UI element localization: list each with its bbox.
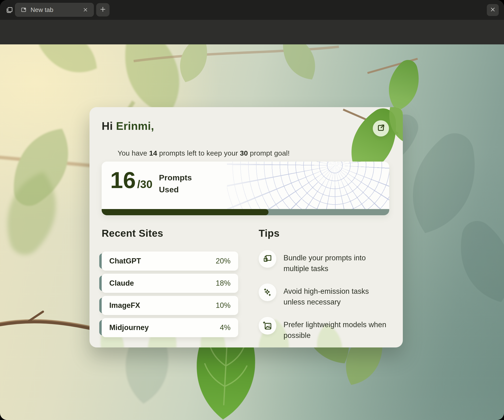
new-tab-button[interactable] [96,3,109,17]
bundle-icon [259,250,276,268]
site-name: Midjourney [109,323,149,332]
site-name: ChatGPT [109,257,141,265]
tab-title: New tab [30,6,83,14]
close-icon [490,6,496,14]
page-content: Hi Erinmi, You have 14 prompts left to k… [0,44,504,420]
user-name: Erinmi, [116,120,154,132]
tip-text: Prefer lightweight models when possible [283,317,391,341]
usage-progress-fill [102,209,269,215]
greeting-prefix: Hi [102,120,116,132]
dashboard-card: Hi Erinmi, You have 14 prompts left to k… [90,107,403,348]
prompts-used-card: 16 /30 Prompts Used [102,162,389,215]
subtitle-text: prompt goal! [248,149,290,157]
external-link-icon [377,124,385,133]
site-row-chatgpt[interactable]: ChatGPT 20% [102,252,238,271]
site-row-midjourney[interactable]: Midjourney 4% [102,318,238,337]
subtitle-text: You have [118,149,149,157]
screen: New tab [0,0,504,420]
total-count: /30 [137,178,152,191]
tab-favicon-icon [21,7,27,13]
open-external-button[interactable] [373,120,389,137]
card-corner-leaf-decoration [334,107,403,169]
tips-list: Bundle your prompts into multiple tasks … [259,250,392,341]
usage-progress-track [102,209,389,215]
tip-item: Prefer lightweight models when possible [259,317,392,341]
usage-label: Prompts Used [159,172,202,195]
tips-section: Tips Bundle your prompts into multiple t… [259,228,392,348]
window-stack-icon [6,6,13,14]
tab-new-tab[interactable]: New tab [15,3,94,17]
prompt-goal-count: 30 [240,149,248,157]
plus-icon [99,6,106,14]
tip-text: Bundle your prompts into multiple tasks [283,250,391,274]
browser-window: New tab [0,0,504,420]
site-share: 10% [216,301,231,310]
recent-sites-title: Recent Sites [102,228,238,239]
site-share: 20% [216,257,231,265]
site-share: 4% [220,323,231,332]
tab-bar: New tab [0,0,504,20]
usage-counter: 16 /30 [110,169,152,192]
recent-sites-list: ChatGPT 20% Claude 18% ImageFX 10% [102,252,238,337]
subtitle-text: prompts left to keep your [157,149,240,157]
tab-close-button[interactable] [83,7,88,13]
tips-title: Tips [259,228,392,239]
tip-text: Avoid high-emission tasks unless necessa… [283,283,391,307]
sparkles-icon [259,283,276,301]
site-row-imagefx[interactable]: ImageFX 10% [102,296,238,315]
recent-sites-section: Recent Sites ChatGPT 20% Claude 18% [102,228,238,340]
site-row-claude[interactable]: Claude 18% [102,274,238,293]
site-share: 18% [216,279,231,288]
tip-item: Bundle your prompts into multiple tasks [259,250,392,274]
tab-overview-button[interactable] [6,6,13,14]
navigation-toolbar: http://artificialintelligence.com [0,20,504,45]
tip-item: Avoid high-emission tasks unless necessa… [259,283,392,307]
prompts-left-count: 14 [149,149,157,157]
site-name: Claude [109,279,134,288]
window-close-button[interactable] [487,4,499,16]
site-name: ImageFX [109,301,140,310]
image-sparkle-icon [259,317,276,335]
used-count: 16 [110,169,136,192]
greeting-heading: Hi Erinmi, [102,120,154,132]
